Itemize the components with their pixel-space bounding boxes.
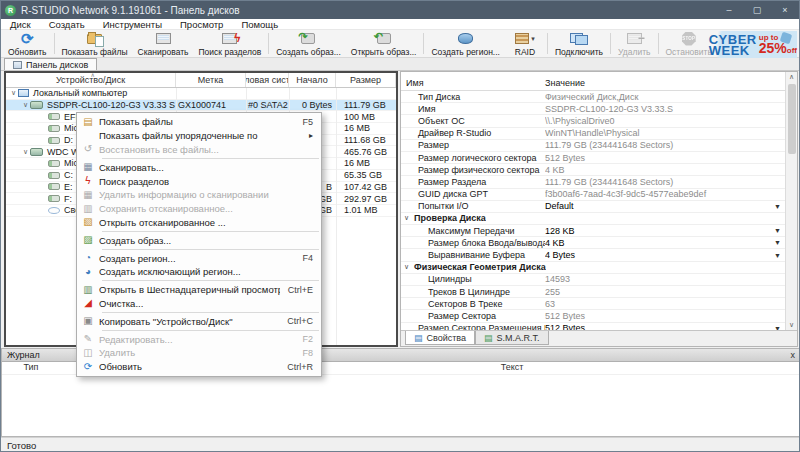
- menubar-item-0[interactable]: Диск: [1, 19, 40, 30]
- toolbar-button-3[interactable]: ϟПоиск разделов: [194, 30, 267, 57]
- delete-icon: ◫: [77, 348, 99, 358]
- context-menu-item-2[interactable]: ↺Восстановить все файлы...: [77, 143, 321, 157]
- menu-item-label: Показать файлы упорядоченные по: [99, 130, 309, 141]
- log-column-0[interactable]: Тип: [2, 362, 60, 374]
- window-controls: – ▢ ×: [715, 1, 799, 19]
- promo-banner[interactable]: CYBER WEEK up to 25%off: [685, 31, 797, 58]
- property-row-13[interactable]: Выравнивание Буфера4 Bytes▼: [401, 249, 797, 261]
- disk-icon: [30, 101, 43, 109]
- column-header-3[interactable]: Начало: [289, 73, 336, 87]
- menubar-item-2[interactable]: Инструменты: [94, 19, 171, 30]
- menubar-item-1[interactable]: Создать: [40, 19, 94, 30]
- column-header-2[interactable]: ловая сист: [246, 73, 289, 87]
- device-name: D:: [64, 135, 73, 145]
- scroll-thumb[interactable]: [788, 84, 796, 154]
- column-header-4[interactable]: Размер: [336, 73, 396, 87]
- scroll-down-icon[interactable]: ∨: [789, 321, 794, 329]
- context-menu-item-10[interactable]: ▨Создать образ...: [77, 233, 321, 247]
- log-close-icon[interactable]: x: [791, 350, 796, 360]
- context-menu-item-5[interactable]: ϟПоиск разделов: [77, 174, 321, 188]
- property-row-3[interactable]: Драйвер R-StudioWinNT\Handle\Physical: [401, 128, 797, 140]
- maximize-button[interactable]: ▢: [743, 1, 771, 19]
- property-row-12[interactable]: Размер блока Ввода/вывода4 KB▼: [401, 237, 797, 249]
- property-value[interactable]: Default: [545, 201, 797, 211]
- property-row-0[interactable]: Тип ДискаФизический Диск,Диск: [401, 91, 797, 103]
- open-scan-icon: ▧: [77, 217, 99, 227]
- property-group-14[interactable]: ∨Физическая Геометрия Диска: [401, 262, 797, 274]
- column-divider: [336, 88, 337, 345]
- column-header-0[interactable]: Устройство/Диск∧: [6, 73, 176, 87]
- dropdown-arrow-icon[interactable]: ▼: [774, 203, 781, 210]
- context-menu-item-6[interactable]: ▦Удалить информацию о сканировании: [77, 188, 321, 202]
- toolbar-button-2[interactable]: Сканировать: [133, 30, 194, 57]
- menu-item-label: Копировать "Устройство/Диск": [99, 316, 279, 327]
- menubar-item-4[interactable]: Помощь: [232, 19, 287, 30]
- context-menu-item-8[interactable]: ▧Открыть отсканированное ...: [77, 216, 321, 230]
- device-size-cell: 1.01 MB: [336, 205, 396, 215]
- collapse-chevron-icon[interactable]: ∨: [404, 263, 409, 271]
- context-menu-item-18[interactable]: ▣Копировать "Устройство/Диск"Ctrl+C: [77, 314, 321, 328]
- context-menu-item-16[interactable]: ◢Очистка...: [77, 297, 321, 311]
- chevron-down-icon[interactable]: ▾: [531, 35, 535, 43]
- tab-properties[interactable]: ▤Свойства: [405, 331, 475, 345]
- toolbar-button-9[interactable]: −Удалить: [613, 30, 655, 57]
- context-menu-item-15[interactable]: ▥Открыть в Шестнадцатеричный просмотрщик…: [77, 283, 321, 297]
- context-menu-item-1[interactable]: Показать файлы упорядоченные по▸: [77, 129, 321, 143]
- property-row-15[interactable]: Цилиндры14593: [401, 274, 797, 286]
- property-row-17[interactable]: Секторов В Треке63: [401, 298, 797, 310]
- property-row-4[interactable]: Размер111.79 GB (234441648 Sectors): [401, 140, 797, 152]
- context-menu-item-0[interactable]: ▤Показать файлыF5: [77, 115, 321, 129]
- property-value[interactable]: 4 KB: [545, 238, 797, 248]
- toolbar-button-7[interactable]: ▾RAID: [505, 30, 545, 57]
- banner-discount: 25%off: [759, 42, 797, 57]
- context-menu-item-7[interactable]: ▥Сохранить отсканированное...: [77, 202, 321, 216]
- property-row-5[interactable]: Размер логического сектора512 Bytes: [401, 152, 797, 164]
- dropdown-arrow-icon[interactable]: ▼: [774, 252, 781, 259]
- scroll-up-icon[interactable]: ∧: [789, 73, 794, 81]
- tree-row-0[interactable]: ∨Локальный компьютер: [6, 88, 396, 100]
- property-row-7[interactable]: Размер Раздела111.79 GB (234441648 Secto…: [401, 176, 797, 188]
- property-value[interactable]: 128 KB: [545, 226, 797, 236]
- context-menu-item-4[interactable]: ▦Сканировать...: [77, 160, 321, 174]
- minimize-button[interactable]: –: [715, 1, 743, 19]
- property-group-10[interactable]: ∨Проверка Диска: [401, 213, 797, 225]
- context-menu-item-12[interactable]: ◔Создать регион...F4: [77, 251, 321, 265]
- property-row-6[interactable]: Размер физического сектора4 KB: [401, 164, 797, 176]
- context-menu-item-22[interactable]: ⟳ОбновитьCtrl+R: [77, 360, 321, 374]
- property-row-19[interactable]: Размер Сектора Размещения Разделов512 By…: [401, 323, 797, 330]
- properties-scrollbar[interactable]: ∧ ∨: [785, 72, 797, 330]
- collapse-chevron-icon[interactable]: ∨: [404, 214, 409, 222]
- expand-chevron-icon[interactable]: ∨: [21, 101, 30, 109]
- context-menu-item-20[interactable]: ✎Редактировать...F2: [77, 332, 321, 346]
- toolbar-button-0[interactable]: ⟳Обновить: [3, 30, 52, 57]
- property-row-11[interactable]: Максимум Передачи128 KB▼: [401, 225, 797, 237]
- tree-row-1[interactable]: ∨SSDPR-CL100-120-G3 V3.33 SGX1000741#0 S…: [6, 100, 396, 112]
- property-row-8[interactable]: GUID диска GPTf3b00af6-7aad-4c3f-9dc5-45…: [401, 189, 797, 201]
- dropdown-arrow-icon[interactable]: ▼: [774, 239, 781, 246]
- property-row-1[interactable]: ИмяSSDPR-CL100-120-G3 V3.33.S: [401, 103, 797, 115]
- toolbar-button-8[interactable]: Подключить: [550, 30, 608, 57]
- property-row-18[interactable]: Размер Сектора512 Bytes: [401, 310, 797, 322]
- toolbar-button-6[interactable]: Создать регион...: [426, 30, 504, 57]
- toolbar-button-5[interactable]: ↶Открыть образ...: [346, 30, 422, 57]
- property-row-2[interactable]: Объект ОС\\.\PhysicalDrive0: [401, 115, 797, 127]
- toolbar-button-4[interactable]: ↷Создать образ...: [271, 30, 346, 57]
- context-menu-item-21[interactable]: ◫УдалитьF8: [77, 346, 321, 360]
- property-row-9[interactable]: Попытки I/ODefault▼: [401, 201, 797, 213]
- property-name: Драйвер R-Studio: [401, 128, 545, 138]
- property-value[interactable]: 4 Bytes: [545, 250, 797, 260]
- toolbar-button-1[interactable]: Показать файлы: [57, 30, 133, 57]
- expand-chevron-icon[interactable]: ∨: [21, 148, 30, 156]
- dropdown-arrow-icon[interactable]: ▼: [774, 227, 781, 234]
- app-window: R R-STUDIO Network 9.1.191061 - Панель д…: [0, 0, 800, 452]
- toolbar-button-label: Создать регион...: [431, 47, 499, 57]
- expand-chevron-icon[interactable]: ∨: [9, 89, 18, 97]
- context-menu-item-13[interactable]: ◕Создать исключающий регион...: [77, 265, 321, 279]
- menubar-item-3[interactable]: Просмотр: [171, 19, 232, 30]
- property-row-16[interactable]: Треков В Цилиндре255: [401, 286, 797, 298]
- close-button[interactable]: ×: [771, 1, 799, 19]
- property-value[interactable]: 512 Bytes: [545, 323, 797, 330]
- tab-disk-panel[interactable]: Панель дисков: [4, 58, 97, 70]
- tab-smart[interactable]: ▤S.M.A.R.T.: [475, 331, 549, 345]
- column-header-1[interactable]: Метка: [176, 73, 246, 87]
